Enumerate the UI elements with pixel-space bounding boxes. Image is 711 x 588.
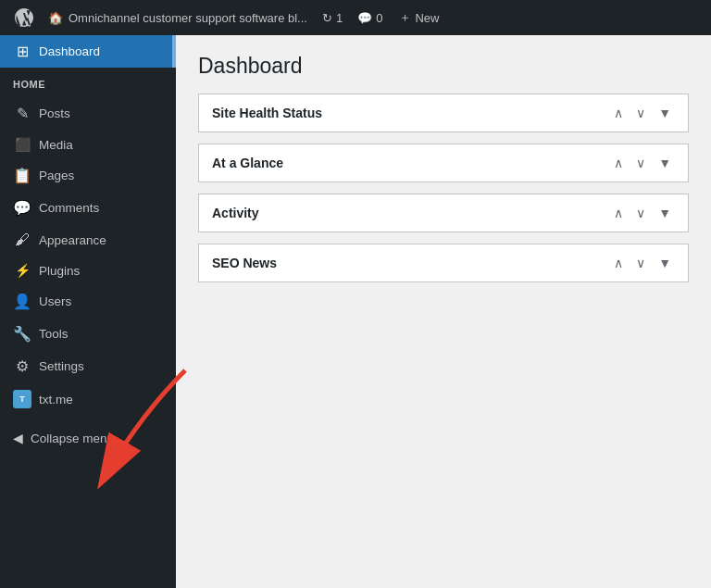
widget-site-health: Site Health Status ∧ ∨ ▼: [198, 94, 689, 132]
widget-up-button[interactable]: ∧: [610, 204, 627, 222]
wp-logo-button[interactable]: [7, 8, 41, 27]
new-button[interactable]: ＋ New: [390, 0, 448, 35]
widget-activity: Activity ∧ ∨ ▼: [198, 194, 689, 232]
tools-icon: 🔧: [13, 325, 31, 343]
widget-controls: ∧ ∨ ▼: [610, 104, 675, 122]
widget-menu-button[interactable]: ▼: [655, 154, 675, 172]
widget-at-a-glance-title: At a Glance: [212, 156, 610, 170]
appearance-icon: 🖌: [13, 231, 31, 248]
site-name[interactable]: 🏠 Omnichannel customer support software …: [41, 11, 315, 25]
settings-icon: ⚙: [13, 357, 31, 375]
sidebar-item-label: Appearance: [39, 233, 106, 247]
widget-seo-news-header[interactable]: SEO News ∧ ∨ ▼: [199, 244, 688, 281]
sidebar-item-tools[interactable]: 🔧 Tools: [0, 318, 176, 350]
widget-menu-button[interactable]: ▼: [655, 254, 675, 272]
collapse-menu-button[interactable]: ◀ Collapse menu: [0, 423, 176, 453]
updates-counter[interactable]: ↻ 1: [315, 0, 350, 35]
sidebar-item-label: Comments: [39, 201, 99, 215]
widget-site-health-header[interactable]: Site Health Status ∧ ∨ ▼: [199, 94, 688, 131]
collapse-icon: ◀: [13, 431, 23, 445]
refresh-icon: ↻: [322, 11, 332, 25]
sidebar-item-users[interactable]: 👤 Users: [0, 285, 176, 318]
media-icon: ⬛: [13, 137, 31, 152]
sidebar-item-label: Media: [39, 138, 73, 152]
widget-up-button[interactable]: ∧: [610, 154, 627, 172]
sidebar-item-label: Users: [39, 294, 71, 308]
admin-bar: 🏠 Omnichannel customer support software …: [0, 0, 711, 35]
plus-icon: ＋: [399, 9, 411, 26]
sidebar-item-label: Pages: [39, 169, 74, 182]
sidebar-item-label: Posts: [39, 106, 70, 120]
widget-site-health-title: Site Health Status: [212, 106, 610, 120]
widget-activity-header[interactable]: Activity ∧ ∨ ▼: [199, 194, 688, 231]
sidebar-home-label: Home: [0, 68, 176, 97]
widget-up-button[interactable]: ∧: [610, 104, 627, 122]
sidebar-item-dashboard[interactable]: ⊞ Dashboard: [0, 35, 176, 68]
sidebar: ⊞ Dashboard Home ✎ Posts ⬛ Media 📋 Pages…: [0, 35, 176, 588]
widget-seo-news-title: SEO News: [212, 256, 610, 270]
sidebar-item-posts[interactable]: ✎ Posts: [0, 97, 176, 130]
comment-icon: 💬: [357, 11, 372, 25]
sidebar-item-comments[interactable]: 💬 Comments: [0, 192, 176, 224]
widget-down-button[interactable]: ∨: [632, 204, 649, 222]
widget-down-button[interactable]: ∨: [632, 254, 649, 272]
txtme-icon: T: [13, 390, 31, 408]
sidebar-item-plugins[interactable]: ⚡ Plugins: [0, 256, 176, 285]
posts-icon: ✎: [13, 105, 31, 122]
sidebar-item-label: Settings: [39, 359, 84, 373]
widget-controls: ∧ ∨ ▼: [610, 204, 675, 222]
pages-icon: 📋: [13, 167, 31, 184]
widget-seo-news: SEO News ∧ ∨ ▼: [198, 244, 689, 282]
sidebar-item-label: Dashboard: [39, 44, 100, 58]
sidebar-item-label: txt.me: [39, 393, 73, 407]
widget-up-button[interactable]: ∧: [610, 254, 627, 272]
comments-counter[interactable]: 💬 0: [350, 0, 390, 35]
widget-activity-title: Activity: [212, 206, 610, 220]
widget-down-button[interactable]: ∨: [632, 104, 649, 122]
page-title: Dashboard: [198, 54, 689, 79]
widget-controls: ∧ ∨ ▼: [610, 254, 675, 272]
dashboard-icon: ⊞: [13, 43, 31, 60]
widget-menu-button[interactable]: ▼: [655, 204, 675, 222]
widget-menu-button[interactable]: ▼: [655, 104, 675, 122]
comments-icon: 💬: [13, 199, 31, 217]
widget-at-a-glance: At a Glance ∧ ∨ ▼: [198, 144, 689, 182]
sidebar-item-media[interactable]: ⬛ Media: [0, 130, 176, 159]
widget-at-a-glance-header[interactable]: At a Glance ∧ ∨ ▼: [199, 144, 688, 181]
house-icon: 🏠: [48, 11, 63, 25]
sidebar-item-label: Plugins: [39, 264, 80, 278]
widget-controls: ∧ ∨ ▼: [610, 154, 675, 172]
sidebar-item-settings[interactable]: ⚙ Settings: [0, 350, 176, 382]
sidebar-item-appearance[interactable]: 🖌 Appearance: [0, 224, 176, 256]
users-icon: 👤: [13, 293, 31, 310]
main-content: Dashboard Site Health Status ∧ ∨ ▼ At a …: [176, 35, 711, 588]
collapse-menu-label: Collapse menu: [31, 432, 114, 445]
widget-down-button[interactable]: ∨: [632, 154, 649, 172]
sidebar-item-pages[interactable]: 📋 Pages: [0, 159, 176, 192]
sidebar-item-txtme[interactable]: T txt.me: [0, 382, 176, 416]
sidebar-item-label: Tools: [39, 327, 69, 341]
plugins-icon: ⚡: [13, 263, 31, 278]
